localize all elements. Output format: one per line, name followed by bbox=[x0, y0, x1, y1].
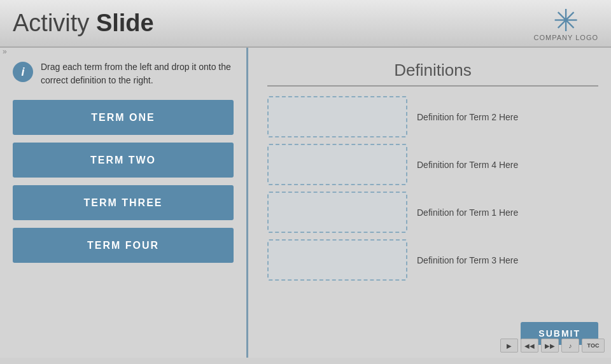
definition-text-4: Definition for Term 3 Here bbox=[417, 255, 518, 265]
prev-button[interactable]: ◀◀ bbox=[521, 339, 538, 353]
definition-row-3: Definition for Term 1 Here bbox=[267, 192, 598, 233]
play-button[interactable]: ▶ bbox=[500, 339, 518, 353]
header-title-bold: Slide bbox=[96, 10, 154, 36]
definitions-title: Definitions bbox=[267, 60, 598, 80]
definition-row-1: Definition for Term 2 Here bbox=[267, 96, 598, 137]
term-four-button[interactable]: TERM FOUR bbox=[13, 228, 234, 263]
definition-row-4: Definition for Term 3 Here bbox=[267, 239, 598, 281]
definitions-area: Definition for Term 2 Here Definition fo… bbox=[267, 96, 598, 316]
drop-zone-3[interactable] bbox=[267, 192, 407, 233]
drop-zone-4[interactable] bbox=[267, 239, 407, 281]
info-icon: i bbox=[13, 62, 33, 82]
drop-zone-1[interactable] bbox=[267, 96, 407, 137]
term-two-button[interactable]: TERM TWO bbox=[13, 143, 234, 178]
logo-text: COMPANY LOGO bbox=[534, 34, 598, 41]
drop-zone-2[interactable] bbox=[267, 144, 407, 185]
playback-controls: ▶ ◀◀ ▶▶ ♪ TOC bbox=[500, 339, 605, 353]
company-logo: ✳ COMPANY LOGO bbox=[534, 6, 598, 41]
definition-text-3: Definition for Term 1 Here bbox=[417, 207, 518, 218]
right-panel: Definitions Definition for Term 2 Here D… bbox=[248, 48, 611, 358]
audio-button[interactable]: ♪ bbox=[561, 339, 579, 353]
definitions-divider bbox=[267, 85, 598, 87]
toc-button[interactable]: TOC bbox=[582, 339, 605, 353]
left-panel: i Drag each term from the left and drop … bbox=[0, 48, 248, 358]
instructions-text: Drag each term from the left and drop it… bbox=[41, 60, 234, 87]
header: Activity Slide ✳ COMPANY LOGO bbox=[0, 0, 611, 48]
next-button[interactable]: ▶▶ bbox=[541, 339, 559, 353]
header-title: Activity Slide bbox=[13, 10, 154, 37]
header-title-normal: Activity bbox=[13, 10, 96, 36]
definition-text-2: Definition for Term 4 Here bbox=[417, 160, 518, 170]
asterisk-icon: ✳ bbox=[553, 6, 579, 36]
term-three-button[interactable]: TERM THREE bbox=[13, 185, 234, 220]
main-content: i Drag each term from the left and drop … bbox=[0, 48, 611, 358]
definition-row-2: Definition for Term 4 Here bbox=[267, 144, 598, 185]
definition-text-1: Definition for Term 2 Here bbox=[417, 112, 518, 122]
page-wrapper: » Activity Slide ✳ COMPANY LOGO i Drag e… bbox=[0, 0, 611, 358]
term-one-button[interactable]: TERM ONE bbox=[13, 100, 234, 135]
instructions-row: i Drag each term from the left and drop … bbox=[13, 60, 234, 87]
arrow-indicator: » bbox=[3, 48, 7, 55]
